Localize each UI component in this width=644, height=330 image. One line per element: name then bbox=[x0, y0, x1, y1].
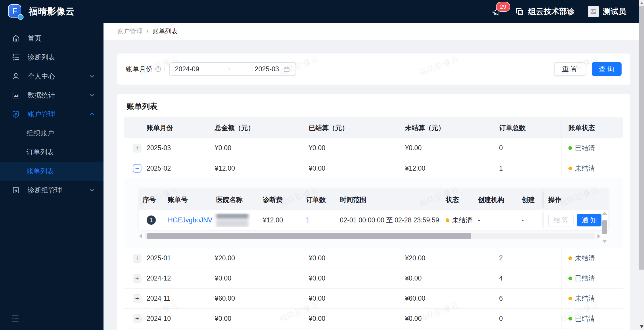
user-name: 测试员 bbox=[603, 6, 626, 17]
col-create-org: 创建机构 bbox=[474, 195, 518, 204]
sidebar-item-order-list[interactable]: 订单列表 bbox=[0, 143, 103, 162]
app-window: F 福晴影像云 首页 诊断列表 个人中 bbox=[0, 0, 644, 330]
sidebar-item-account-management[interactable]: 账户管理 bbox=[0, 105, 103, 124]
cell-unsettled: ¥60.00 bbox=[401, 295, 495, 302]
cell-status: 未结清 bbox=[561, 248, 623, 268]
cell-status: 未结清 bbox=[561, 158, 623, 178]
detail-horizontal-scrollbar bbox=[139, 232, 608, 240]
cell-order-count: 0 bbox=[495, 315, 561, 323]
row-index-badge: 1 bbox=[147, 215, 156, 225]
cell-unsettled: ¥0.00 bbox=[401, 144, 495, 152]
range-end-value[interactable]: 2025-03 bbox=[255, 65, 279, 73]
sidebar-item-label: 数据统计 bbox=[28, 91, 55, 100]
vertical-scroll-thumb[interactable] bbox=[602, 220, 607, 234]
app-logo: F 福晴影像云 bbox=[0, 0, 103, 23]
table-title: 账单列表 bbox=[124, 94, 623, 117]
status-dot bbox=[568, 317, 572, 321]
bill-detail-table: 序号 账单号 医院名称 诊断费 订单数 时间范围 状态 创建机构 创建 操作 bbox=[139, 189, 608, 230]
menu-fold-icon[interactable] bbox=[10, 314, 20, 325]
cell-month: 2025-02 bbox=[143, 165, 211, 172]
org-switcher[interactable]: 组云技术部诊 bbox=[515, 6, 575, 17]
breadcrumb-parent[interactable]: 账户管理 bbox=[117, 27, 143, 36]
col-status: 账单状态 bbox=[561, 117, 623, 138]
bill-number-link[interactable]: HGEJvgboJNV5 bbox=[168, 216, 213, 224]
table-row: + 2024-10 ¥0.00 ¥0.00 ¥0.00 0 已结清 bbox=[124, 309, 623, 329]
chevron-down-icon bbox=[89, 73, 95, 79]
range-start-value[interactable]: 2024-09 bbox=[175, 65, 199, 73]
table-row: + 2024-12 ¥0.00 ¥0.00 ¥0.00 4 已结清 bbox=[124, 268, 623, 289]
cell-order-count: 1 bbox=[495, 165, 561, 172]
col-orders: 订单数 bbox=[302, 195, 336, 204]
help-icon[interactable] bbox=[155, 66, 162, 73]
detail-header-row: 序号 账单号 医院名称 诊断费 订单数 时间范围 状态 创建机构 创建 操作 bbox=[139, 189, 608, 210]
cell-unsettled: ¥20.00 bbox=[401, 254, 495, 262]
expand-row-button[interactable]: + bbox=[133, 274, 141, 283]
home-icon bbox=[12, 34, 20, 43]
status-text: 已结清 bbox=[575, 314, 595, 323]
cell-fee: ¥12.00 bbox=[259, 216, 302, 224]
col-month: 账单月份 bbox=[143, 123, 211, 132]
order-count-link[interactable]: 1 bbox=[306, 216, 310, 224]
horizontal-scroll-thumb[interactable] bbox=[147, 233, 471, 239]
detail-vertical-scrollbar bbox=[602, 212, 607, 243]
chevron-down-icon bbox=[89, 187, 95, 193]
page-scroll-up-arrow[interactable] bbox=[640, 2, 643, 4]
filter-panel: 账单月份 : 2024-09 2025-03 bbox=[117, 54, 630, 85]
reset-button[interactable]: 重 置 bbox=[554, 62, 585, 76]
collapse-row-button[interactable]: − bbox=[133, 164, 141, 173]
status-text: 已结清 bbox=[575, 144, 595, 152]
sidebar-collapse bbox=[0, 308, 103, 330]
cell-total: ¥12.00 bbox=[211, 165, 305, 172]
sidebar-item-diagnosis-list[interactable]: 诊断列表 bbox=[0, 48, 103, 67]
cell-order-count: 2 bbox=[495, 254, 561, 262]
notifications-button[interactable]: 29 bbox=[491, 6, 502, 17]
cell-unsettled: ¥0.00 bbox=[401, 315, 495, 323]
table-row: + 2024-11 ¥60.00 ¥0.00 ¥60.00 6 未结清 bbox=[124, 289, 623, 309]
sidebar: F 福晴影像云 首页 诊断列表 个人中 bbox=[0, 0, 103, 330]
chevron-up-icon bbox=[89, 111, 95, 117]
cell-order-count: 6 bbox=[495, 295, 561, 302]
col-unsettled: 未结算（元） bbox=[401, 123, 495, 132]
sidebar-item-diagnosis-group[interactable]: 诊断组管理 bbox=[0, 181, 103, 200]
sidebar-item-statistics[interactable]: 数据统计 bbox=[0, 86, 103, 105]
expand-row-button[interactable]: + bbox=[133, 314, 141, 323]
cell-settled: ¥0.00 bbox=[305, 254, 401, 262]
cell-create-org: - bbox=[474, 216, 518, 224]
cell-month: 2025-03 bbox=[143, 144, 211, 152]
top-header: 29 组云技术部诊 测试员 bbox=[103, 0, 644, 23]
hospital-name-redacted bbox=[213, 213, 259, 227]
status-text: 未结清 bbox=[575, 164, 595, 173]
user-icon bbox=[12, 72, 20, 81]
status-text: 未结清 bbox=[575, 294, 595, 303]
sidebar-item-bill-list[interactable]: 账单列表 bbox=[0, 162, 103, 181]
page-scroll-thumb[interactable] bbox=[639, 6, 644, 270]
filter-label: 账单月份 : bbox=[126, 65, 166, 74]
breadcrumb: 账户管理 / 账单列表 bbox=[103, 23, 644, 40]
cell-time-range: 02-01 00:00:00 至 02-28 23:59:59 bbox=[336, 216, 442, 225]
sidebar-item-label: 个人中心 bbox=[28, 72, 55, 81]
horizontal-scroll-track[interactable] bbox=[145, 233, 595, 239]
expand-row-button[interactable]: + bbox=[133, 294, 141, 303]
page-scroll-down-arrow[interactable] bbox=[640, 325, 643, 328]
scroll-up-arrow[interactable] bbox=[602, 212, 607, 215]
cell-settled: ¥0.00 bbox=[305, 144, 401, 152]
scroll-down-arrow[interactable] bbox=[602, 240, 607, 243]
expand-row-button[interactable]: + bbox=[133, 144, 141, 152]
col-time-range: 时间范围 bbox=[336, 195, 442, 204]
notify-button[interactable]: 通 知 bbox=[577, 214, 601, 226]
sidebar-item-personal-center[interactable]: 个人中心 bbox=[0, 67, 103, 86]
cell-total: ¥60.00 bbox=[211, 295, 305, 302]
status-dot bbox=[568, 276, 572, 280]
expand-row-button[interactable]: + bbox=[133, 254, 141, 263]
user-menu[interactable]: 测试员 bbox=[588, 6, 626, 17]
sidebar-item-label: 诊断组管理 bbox=[28, 186, 62, 195]
month-range-picker[interactable]: 2024-09 2025-03 bbox=[169, 62, 296, 76]
cell-unsettled: ¥12.00 bbox=[401, 165, 495, 172]
sidebar-subitem-label: 账单列表 bbox=[26, 167, 54, 176]
sidebar-item-org-account[interactable]: 组织账户 bbox=[0, 124, 103, 143]
scroll-left-arrow[interactable] bbox=[139, 234, 142, 239]
search-button[interactable]: 查 询 bbox=[592, 62, 622, 76]
sidebar-item-home[interactable]: 首页 bbox=[0, 29, 103, 48]
scroll-right-arrow[interactable] bbox=[597, 234, 600, 239]
settle-button[interactable]: 结 算 bbox=[548, 214, 574, 226]
